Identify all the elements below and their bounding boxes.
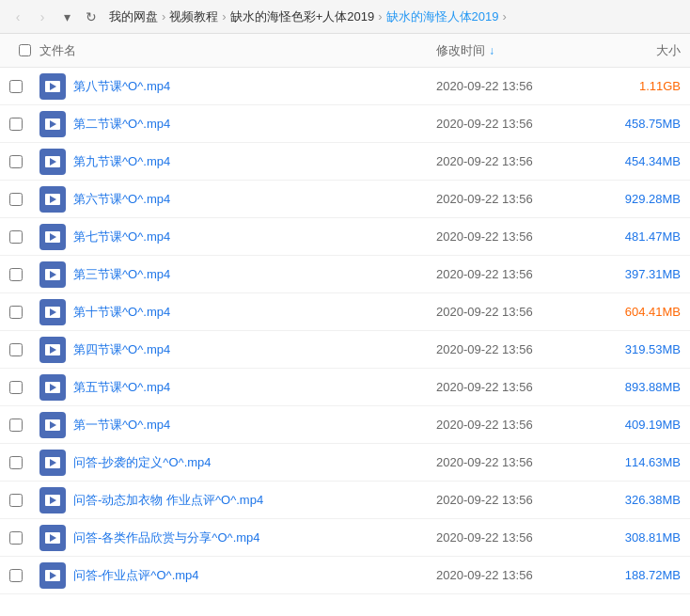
file-icon-inner-7: [45, 344, 60, 355]
play-icon-8: [50, 384, 56, 391]
file-size-10: 114.63MB: [587, 455, 681, 469]
file-name-cell-5: 第三节课^O^.mp4: [73, 266, 436, 283]
file-icon-4: [39, 224, 66, 250]
file-row[interactable]: 第十节课^O^.mp4 2020-09-22 13:56 604.41MB: [0, 293, 690, 331]
topbar: ‹ › ▾ ↻ 我的网盘 › 视频教程 › 缺水的海怪色彩+人体2019 › 缺…: [0, 0, 690, 34]
file-checkbox-12[interactable]: [9, 531, 39, 545]
file-row[interactable]: 第九节课^O^.mp4 2020-09-22 13:56 454.34MB: [0, 143, 690, 181]
forward-button[interactable]: ›: [32, 7, 53, 27]
file-check-2[interactable]: [9, 155, 23, 168]
file-checkbox-7[interactable]: [9, 343, 39, 356]
file-check-5[interactable]: [9, 268, 23, 281]
file-name-cell-2: 第九节课^O^.mp4: [73, 153, 436, 170]
file-checkbox-0[interactable]: [9, 80, 39, 93]
file-checkbox-3[interactable]: [9, 193, 39, 206]
file-row[interactable]: 第六节课^O^.mp4 2020-09-22 13:56 929.28MB: [0, 181, 690, 218]
file-row[interactable]: 第三节课^O^.mp4 2020-09-22 13:56 397.31MB: [0, 256, 690, 293]
file-size-13: 188.72MB: [587, 568, 681, 582]
back-button[interactable]: ‹: [8, 7, 28, 27]
refresh-button[interactable]: ↻: [81, 7, 102, 27]
breadcrumb-item-1[interactable]: 视频教程: [169, 8, 218, 25]
file-name-text-3[interactable]: 第六节课^O^.mp4: [73, 192, 170, 206]
file-name-text-5[interactable]: 第三节课^O^.mp4: [73, 267, 170, 281]
file-name-text-8[interactable]: 第五节课^O^.mp4: [73, 380, 170, 394]
file-name-text-0[interactable]: 第八节课^O^.mp4: [73, 79, 170, 93]
play-icon-10: [50, 459, 56, 466]
file-row[interactable]: 第八节课^O^.mp4 2020-09-22 13:56 1.11GB: [0, 68, 690, 105]
file-check-12[interactable]: [9, 531, 23, 545]
file-name-text-7[interactable]: 第四节课^O^.mp4: [73, 342, 170, 356]
file-modified-2: 2020-09-22 13:56: [436, 154, 587, 168]
file-modified-12: 2020-09-22 13:56: [436, 530, 587, 545]
breadcrumb-item-3[interactable]: 缺水的海怪人体2019: [386, 8, 499, 25]
file-row[interactable]: 第七节课^O^.mp4 2020-09-22 13:56 481.47MB: [0, 218, 690, 256]
file-row[interactable]: 第二节课^O^.mp4 2020-09-22 13:56 458.75MB: [0, 105, 690, 143]
file-name-cell-8: 第五节课^O^.mp4: [73, 379, 436, 396]
file-check-9[interactable]: [9, 419, 23, 432]
file-check-1[interactable]: [9, 118, 23, 131]
file-modified-3: 2020-09-22 13:56: [436, 192, 587, 206]
file-name-text-1[interactable]: 第二节课^O^.mp4: [73, 117, 170, 131]
file-checkbox-2[interactable]: [9, 155, 39, 168]
file-name-text-4[interactable]: 第七节课^O^.mp4: [73, 229, 170, 244]
file-size-9: 409.19MB: [587, 418, 681, 432]
file-check-11[interactable]: [9, 494, 23, 507]
file-checkbox-6[interactable]: [9, 306, 39, 319]
file-name-text-11[interactable]: 问答-动态加衣物 作业点评^O^.mp4: [73, 493, 263, 507]
file-row[interactable]: 第四节课^O^.mp4 2020-09-22 13:56 319.53MB: [0, 331, 690, 369]
file-checkbox-13[interactable]: [9, 569, 39, 582]
file-row[interactable]: 问答-抄袭的定义^O^.mp4 2020-09-22 13:56 114.63M…: [0, 444, 690, 482]
file-name-text-10[interactable]: 问答-抄袭的定义^O^.mp4: [73, 455, 212, 469]
file-name-text-9[interactable]: 第一节课^O^.mp4: [73, 418, 170, 432]
file-row[interactable]: 第一节课^O^.mp4 2020-09-22 13:56 409.19MB: [0, 406, 690, 444]
file-checkbox-11[interactable]: [9, 494, 39, 507]
file-icon-1: [39, 111, 66, 137]
play-icon-13: [50, 572, 56, 579]
file-icon-inner-3: [45, 194, 60, 205]
file-icon-inner-9: [45, 419, 60, 431]
play-icon-6: [50, 308, 56, 316]
file-check-4[interactable]: [9, 230, 23, 244]
select-all-checkbox[interactable]: [19, 44, 31, 56]
file-name-cell-13: 问答-作业点评^O^.mp4: [73, 567, 436, 584]
file-check-6[interactable]: [9, 306, 23, 319]
file-name-text-12[interactable]: 问答-各类作品欣赏与分享^O^.mp4: [73, 530, 260, 545]
file-checkbox-8[interactable]: [9, 381, 39, 394]
file-icon-8: [39, 374, 66, 401]
file-checkbox-9[interactable]: [9, 419, 39, 432]
back-icon: ‹: [16, 9, 21, 24]
breadcrumb-sep-0: ›: [162, 9, 165, 24]
col-modified-header[interactable]: 修改时间 ↓: [436, 42, 587, 59]
file-check-13[interactable]: [9, 569, 23, 582]
file-checkbox-1[interactable]: [9, 118, 39, 131]
play-icon-9: [50, 421, 56, 429]
file-name-cell-6: 第十节课^O^.mp4: [73, 304, 436, 321]
file-check-3[interactable]: [9, 193, 23, 206]
file-row[interactable]: 问答-作业点评^O^.mp4 2020-09-22 13:56 188.72MB: [0, 557, 690, 594]
file-check-10[interactable]: [9, 456, 23, 469]
file-icon-inner-5: [45, 269, 60, 280]
file-icon-inner-8: [45, 382, 60, 393]
file-row[interactable]: 问答-动态加衣物 作业点评^O^.mp4 2020-09-22 13:56 32…: [0, 482, 690, 519]
file-row[interactable]: 第五节课^O^.mp4 2020-09-22 13:56 893.88MB: [0, 369, 690, 406]
header-checkbox[interactable]: [9, 44, 39, 56]
file-icon-inner-13: [45, 570, 60, 581]
breadcrumb-item-2[interactable]: 缺水的海怪色彩+人体2019: [230, 8, 375, 25]
breadcrumb-item-0[interactable]: 我的网盘: [109, 8, 158, 25]
file-check-8[interactable]: [9, 381, 23, 394]
col-name-header: 文件名: [39, 42, 436, 59]
file-icon-11: [39, 487, 66, 513]
dropdown-button[interactable]: ▾: [56, 7, 77, 27]
file-name-text-6[interactable]: 第十节课^O^.mp4: [73, 305, 170, 319]
file-check-7[interactable]: [9, 343, 23, 356]
forward-icon: ›: [40, 9, 45, 24]
file-name-text-13[interactable]: 问答-作业点评^O^.mp4: [73, 568, 199, 582]
file-name-text-2[interactable]: 第九节课^O^.mp4: [73, 154, 170, 168]
file-row[interactable]: 问答-各类作品欣赏与分享^O^.mp4 2020-09-22 13:56 308…: [0, 519, 690, 557]
file-checkbox-4[interactable]: [9, 230, 39, 244]
file-check-0[interactable]: [9, 80, 23, 93]
file-modified-9: 2020-09-22 13:56: [436, 418, 587, 432]
file-size-1: 458.75MB: [587, 117, 681, 131]
file-checkbox-5[interactable]: [9, 268, 39, 281]
file-checkbox-10[interactable]: [9, 456, 39, 469]
